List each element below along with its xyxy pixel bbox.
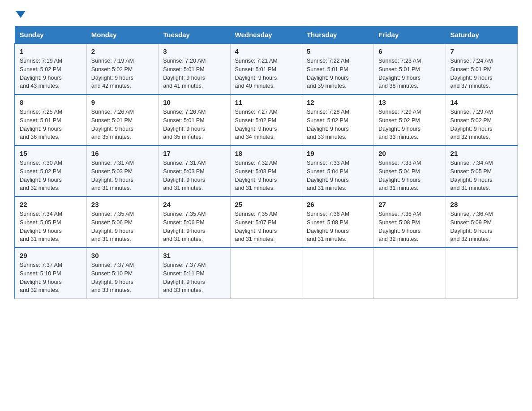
day-cell: 8Sunrise: 7:25 AMSunset: 5:01 PMDaylight… xyxy=(15,94,86,146)
day-cell: 28Sunrise: 7:36 AMSunset: 5:09 PMDayligh… xyxy=(446,197,517,248)
day-number: 4 xyxy=(235,47,297,55)
day-cell: 9Sunrise: 7:26 AMSunset: 5:01 PMDaylight… xyxy=(86,94,158,146)
day-cell: 23Sunrise: 7:35 AMSunset: 5:06 PMDayligh… xyxy=(86,197,158,248)
day-cell: 1Sunrise: 7:19 AMSunset: 5:02 PMDaylight… xyxy=(15,43,86,94)
day-detail: Sunrise: 7:36 AMSunset: 5:09 PMDaylight:… xyxy=(450,210,513,244)
day-number: 30 xyxy=(91,252,154,259)
day-cell xyxy=(374,248,446,299)
day-cell: 17Sunrise: 7:31 AMSunset: 5:03 PMDayligh… xyxy=(159,146,230,197)
day-detail: Sunrise: 7:30 AMSunset: 5:02 PMDaylight:… xyxy=(20,159,82,193)
day-cell: 29Sunrise: 7:37 AMSunset: 5:10 PMDayligh… xyxy=(15,248,86,299)
header-day: Thursday xyxy=(302,26,373,44)
day-detail: Sunrise: 7:23 AMSunset: 5:01 PMDaylight:… xyxy=(378,57,441,90)
day-detail: Sunrise: 7:24 AMSunset: 5:01 PMDaylight:… xyxy=(450,57,513,90)
day-number: 2 xyxy=(91,47,154,55)
logo-triangle-icon xyxy=(16,9,26,19)
day-number: 21 xyxy=(450,150,513,157)
day-cell: 16Sunrise: 7:31 AMSunset: 5:03 PMDayligh… xyxy=(86,146,158,197)
day-detail: Sunrise: 7:37 AMSunset: 5:11 PMDaylight:… xyxy=(163,261,225,295)
header-day: Wednesday xyxy=(230,26,302,44)
day-detail: Sunrise: 7:29 AMSunset: 5:02 PMDaylight:… xyxy=(378,108,441,141)
day-detail: Sunrise: 7:32 AMSunset: 5:03 PMDaylight:… xyxy=(235,159,297,193)
day-number: 1 xyxy=(20,47,82,55)
day-detail: Sunrise: 7:27 AMSunset: 5:02 PMDaylight:… xyxy=(235,108,297,141)
day-number: 18 xyxy=(235,150,297,157)
day-detail: Sunrise: 7:19 AMSunset: 5:02 PMDaylight:… xyxy=(91,57,154,90)
day-cell xyxy=(446,248,517,299)
day-number: 12 xyxy=(307,98,369,106)
day-detail: Sunrise: 7:20 AMSunset: 5:01 PMDaylight:… xyxy=(163,57,225,90)
day-number: 29 xyxy=(20,252,82,259)
day-cell: 6Sunrise: 7:23 AMSunset: 5:01 PMDaylight… xyxy=(374,43,446,94)
day-detail: Sunrise: 7:36 AMSunset: 5:08 PMDaylight:… xyxy=(378,210,441,244)
day-number: 8 xyxy=(20,98,82,106)
day-cell xyxy=(230,248,302,299)
day-cell: 24Sunrise: 7:35 AMSunset: 5:06 PMDayligh… xyxy=(159,197,230,248)
day-cell: 15Sunrise: 7:30 AMSunset: 5:02 PMDayligh… xyxy=(15,146,86,197)
day-cell: 18Sunrise: 7:32 AMSunset: 5:03 PMDayligh… xyxy=(230,146,302,197)
day-cell: 22Sunrise: 7:34 AMSunset: 5:05 PMDayligh… xyxy=(15,197,86,248)
day-detail: Sunrise: 7:35 AMSunset: 5:06 PMDaylight:… xyxy=(91,210,154,244)
day-detail: Sunrise: 7:33 AMSunset: 5:04 PMDaylight:… xyxy=(378,159,441,193)
day-detail: Sunrise: 7:19 AMSunset: 5:02 PMDaylight:… xyxy=(20,57,82,90)
day-number: 23 xyxy=(91,201,154,208)
day-number: 7 xyxy=(450,47,513,55)
day-number: 25 xyxy=(235,201,297,208)
calendar-table: SundayMondayTuesdayWednesdayThursdayFrid… xyxy=(14,26,518,299)
day-number: 26 xyxy=(307,201,369,208)
day-detail: Sunrise: 7:28 AMSunset: 5:02 PMDaylight:… xyxy=(307,108,369,141)
day-detail: Sunrise: 7:26 AMSunset: 5:01 PMDaylight:… xyxy=(91,108,154,141)
day-number: 10 xyxy=(163,98,225,106)
day-number: 16 xyxy=(91,150,154,157)
week-row: 15Sunrise: 7:30 AMSunset: 5:02 PMDayligh… xyxy=(15,146,518,197)
day-number: 11 xyxy=(235,98,297,106)
day-number: 31 xyxy=(163,252,225,259)
day-detail: Sunrise: 7:37 AMSunset: 5:10 PMDaylight:… xyxy=(91,261,154,295)
day-number: 28 xyxy=(450,201,513,208)
day-number: 6 xyxy=(378,47,441,55)
header-day: Sunday xyxy=(15,26,86,44)
day-detail: Sunrise: 7:37 AMSunset: 5:10 PMDaylight:… xyxy=(20,261,82,295)
day-number: 5 xyxy=(307,47,369,55)
header-row: SundayMondayTuesdayWednesdayThursdayFrid… xyxy=(15,26,518,44)
day-number: 27 xyxy=(378,201,441,208)
day-cell: 10Sunrise: 7:26 AMSunset: 5:01 PMDayligh… xyxy=(159,94,230,146)
day-detail: Sunrise: 7:36 AMSunset: 5:08 PMDaylight:… xyxy=(307,210,369,244)
day-cell: 21Sunrise: 7:34 AMSunset: 5:05 PMDayligh… xyxy=(446,146,517,197)
svg-marker-0 xyxy=(16,11,26,18)
day-number: 15 xyxy=(20,150,82,157)
day-cell: 5Sunrise: 7:22 AMSunset: 5:01 PMDaylight… xyxy=(302,43,373,94)
calendar-header: SundayMondayTuesdayWednesdayThursdayFrid… xyxy=(15,26,518,44)
day-number: 24 xyxy=(163,201,225,208)
day-detail: Sunrise: 7:25 AMSunset: 5:01 PMDaylight:… xyxy=(20,108,82,141)
day-cell: 31Sunrise: 7:37 AMSunset: 5:11 PMDayligh… xyxy=(159,248,230,299)
header-day: Tuesday xyxy=(159,26,230,44)
day-detail: Sunrise: 7:35 AMSunset: 5:07 PMDaylight:… xyxy=(235,210,297,244)
day-detail: Sunrise: 7:31 AMSunset: 5:03 PMDaylight:… xyxy=(163,159,225,193)
day-cell: 26Sunrise: 7:36 AMSunset: 5:08 PMDayligh… xyxy=(302,197,373,248)
day-detail: Sunrise: 7:26 AMSunset: 5:01 PMDaylight:… xyxy=(163,108,225,141)
day-cell xyxy=(302,248,373,299)
day-cell: 13Sunrise: 7:29 AMSunset: 5:02 PMDayligh… xyxy=(374,94,446,146)
day-number: 19 xyxy=(307,150,369,157)
calendar-body: 1Sunrise: 7:19 AMSunset: 5:02 PMDaylight… xyxy=(15,43,518,299)
header-day: Monday xyxy=(86,26,158,44)
day-cell: 4Sunrise: 7:21 AMSunset: 5:01 PMDaylight… xyxy=(230,43,302,94)
day-detail: Sunrise: 7:35 AMSunset: 5:06 PMDaylight:… xyxy=(163,210,225,244)
day-number: 17 xyxy=(163,150,225,157)
day-cell: 25Sunrise: 7:35 AMSunset: 5:07 PMDayligh… xyxy=(230,197,302,248)
day-detail: Sunrise: 7:33 AMSunset: 5:04 PMDaylight:… xyxy=(307,159,369,193)
day-detail: Sunrise: 7:22 AMSunset: 5:01 PMDaylight:… xyxy=(307,57,369,90)
day-cell: 12Sunrise: 7:28 AMSunset: 5:02 PMDayligh… xyxy=(302,94,373,146)
day-detail: Sunrise: 7:29 AMSunset: 5:02 PMDaylight:… xyxy=(450,108,513,141)
week-row: 29Sunrise: 7:37 AMSunset: 5:10 PMDayligh… xyxy=(15,248,518,299)
header-day: Friday xyxy=(374,26,446,44)
day-detail: Sunrise: 7:34 AMSunset: 5:05 PMDaylight:… xyxy=(20,210,82,244)
day-cell: 7Sunrise: 7:24 AMSunset: 5:01 PMDaylight… xyxy=(446,43,517,94)
week-row: 8Sunrise: 7:25 AMSunset: 5:01 PMDaylight… xyxy=(15,94,518,146)
day-cell: 27Sunrise: 7:36 AMSunset: 5:08 PMDayligh… xyxy=(374,197,446,248)
logo xyxy=(14,11,26,17)
day-cell: 19Sunrise: 7:33 AMSunset: 5:04 PMDayligh… xyxy=(302,146,373,197)
day-detail: Sunrise: 7:31 AMSunset: 5:03 PMDaylight:… xyxy=(91,159,154,193)
day-cell: 3Sunrise: 7:20 AMSunset: 5:01 PMDaylight… xyxy=(159,43,230,94)
